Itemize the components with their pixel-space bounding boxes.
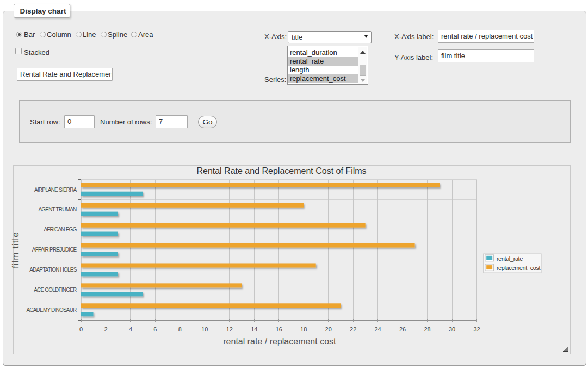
svg-text:24: 24	[374, 326, 381, 333]
svg-text:Rental Rate and Replacement Co: Rental Rate and Replacement Cost of Film…	[196, 166, 366, 175]
svg-text:22: 22	[350, 326, 356, 333]
svg-text:14: 14	[251, 326, 257, 333]
svg-text:8: 8	[178, 326, 182, 333]
svg-text:ADAPTATION HOLES: ADAPTATION HOLES	[29, 267, 77, 273]
svg-text:28: 28	[424, 326, 430, 333]
svg-text:30: 30	[449, 326, 455, 333]
svg-text:rental_rate: rental_rate	[497, 255, 523, 262]
svg-text:rental rate / replacement cost: rental rate / replacement cost	[223, 337, 336, 346]
svg-text:2: 2	[104, 326, 107, 333]
svg-text:ACADEMY DINOSAUR: ACADEMY DINOSAUR	[26, 307, 77, 313]
svg-text:10: 10	[201, 326, 208, 333]
svg-text:ACE GOLDFINGER: ACE GOLDFINGER	[34, 287, 77, 293]
svg-text:18: 18	[300, 326, 307, 333]
svg-text:12: 12	[226, 326, 233, 333]
svg-text:32: 32	[473, 326, 480, 333]
svg-text:film title: film title	[10, 231, 21, 268]
svg-text:4: 4	[129, 326, 132, 333]
svg-text:AIRPLANE SIERRA: AIRPLANE SIERRA	[34, 187, 77, 193]
svg-text:AGENT TRUMAN: AGENT TRUMAN	[38, 206, 77, 212]
svg-text:16: 16	[276, 326, 282, 333]
svg-text:26: 26	[399, 326, 406, 333]
svg-text:6: 6	[153, 326, 157, 333]
svg-text:0: 0	[79, 326, 83, 333]
svg-text:AFFAIR PREJUDICE: AFFAIR PREJUDICE	[32, 247, 77, 253]
svg-text:AFRICAN EGG: AFRICAN EGG	[44, 227, 77, 233]
svg-text:replacement_cost: replacement_cost	[497, 265, 541, 271]
svg-text:20: 20	[325, 326, 332, 333]
